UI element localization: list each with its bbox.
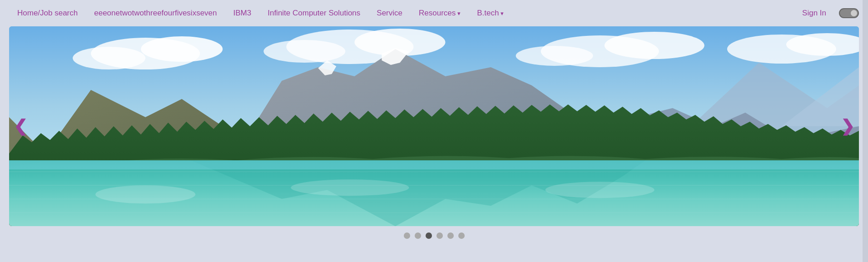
scrollbar[interactable] bbox=[863, 0, 868, 262]
carousel-scene-svg bbox=[9, 26, 859, 226]
chevron-down-icon: ▾ bbox=[501, 10, 504, 17]
carousel-dot-3[interactable] bbox=[436, 232, 443, 239]
svg-point-9 bbox=[516, 46, 593, 66]
carousel-next-button[interactable]: ❯ bbox=[841, 117, 854, 136]
svg-point-26 bbox=[291, 179, 409, 196]
carousel: ❮ ❯ bbox=[9, 26, 859, 226]
svg-point-2 bbox=[141, 36, 223, 62]
carousel-prev-button[interactable]: ❮ bbox=[14, 117, 27, 136]
nav-btech-label: B.tech bbox=[477, 9, 499, 18]
toggle-switch[interactable] bbox=[839, 8, 859, 18]
carousel-dots bbox=[0, 226, 868, 243]
navigation: Home/Job search eeeonetwotwothreefourfiv… bbox=[0, 0, 868, 26]
carousel-image bbox=[9, 26, 859, 226]
toggle-knob bbox=[851, 10, 857, 16]
nav-resources-label: Resources bbox=[419, 9, 456, 18]
carousel-dot-1[interactable] bbox=[415, 232, 421, 239]
chevron-down-icon: ▾ bbox=[457, 10, 461, 17]
svg-point-27 bbox=[546, 182, 655, 198]
nav-item-home-job-search[interactable]: Home/Job search bbox=[9, 0, 86, 26]
nav-item-ibm3[interactable]: IBM3 bbox=[225, 0, 260, 26]
carousel-dot-5[interactable] bbox=[458, 232, 465, 239]
carousel-dot-0[interactable] bbox=[404, 232, 410, 239]
svg-point-3 bbox=[73, 47, 145, 69]
nav-item-eeeonetwo[interactable]: eeeonetwotwothreefourfivesixseven bbox=[86, 0, 225, 26]
svg-point-25 bbox=[95, 185, 195, 203]
carousel-dot-2[interactable] bbox=[426, 232, 432, 239]
svg-point-8 bbox=[605, 32, 704, 59]
nav-item-service[interactable]: Service bbox=[368, 0, 411, 26]
theme-toggle[interactable] bbox=[839, 8, 859, 18]
nav-item-signin[interactable]: Sign In bbox=[794, 0, 834, 26]
svg-rect-20 bbox=[9, 160, 859, 169]
svg-point-6 bbox=[263, 40, 345, 63]
carousel-dot-4[interactable] bbox=[447, 232, 454, 239]
nav-item-resources[interactable]: Resources ▾ bbox=[411, 0, 469, 26]
nav-item-btech[interactable]: B.tech ▾ bbox=[469, 0, 512, 26]
nav-item-infinite-computer[interactable]: Infinite Computer Solutions bbox=[259, 0, 368, 26]
